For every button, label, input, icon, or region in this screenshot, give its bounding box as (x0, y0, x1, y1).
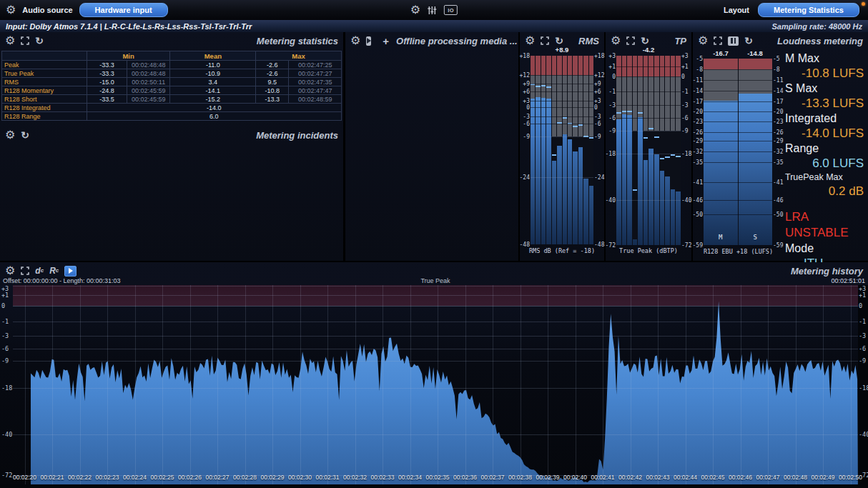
io-routing-icon[interactable]: IO (444, 5, 458, 15)
lufs-bar-label: M (704, 234, 738, 241)
y-axis-label: -18 (1, 384, 12, 392)
offline-add-media-button[interactable]: + (383, 36, 389, 46)
meter-bar (638, 56, 643, 245)
time-axis-label: 00:02:23 (95, 474, 119, 481)
incidents-settings-gear-icon[interactable]: ⚙ (5, 129, 15, 141)
time-axis-label: 00:02:43 (646, 474, 669, 481)
metering-history-panel: ⚙ dc Rc Metering history Offset: 00:00:0… (0, 262, 868, 488)
table-row: R128 Short-33.500:02:45:59-15.2-13.300:0… (2, 95, 342, 104)
offline-play-button[interactable] (366, 36, 371, 46)
y-axis-label: -9 (1, 357, 9, 364)
tp-panel-title: TP (674, 36, 686, 46)
table-row: True Peak-33.300:02:48:48-10.9-2.600:02:… (2, 69, 342, 78)
sampling-rate-label: Sampling rate: 48000 Hz (771, 22, 862, 31)
table-row: R128 Momentary-24.800:02:45:59-14.1-10.8… (2, 86, 342, 95)
history-clear-counters-icon[interactable]: dc (35, 267, 44, 275)
loudness-label: TruePeak Max (785, 171, 865, 184)
statistics-reset-icon[interactable]: ↻ (35, 36, 44, 46)
loudness-panel-title: Loudness metering (777, 36, 863, 46)
y-axis-label: -40 (859, 431, 868, 438)
meter-bar (676, 56, 681, 245)
audio-source-label: Audio source (22, 6, 72, 14)
meter-bar (541, 56, 546, 244)
history-expand-icon[interactable] (21, 267, 29, 275)
time-axis-label: 00:02:20 (13, 474, 36, 481)
history-reset-counters-icon[interactable]: Rc (49, 267, 59, 275)
meter-bar (568, 56, 572, 244)
meter-bar (643, 56, 648, 245)
y-axis-label: 0 (1, 302, 5, 309)
hardware-input-button[interactable]: Hardware input (79, 3, 168, 17)
loudness-value: -10.8 LUFS (785, 66, 865, 81)
table-row: R128 Integrated-14.0 (2, 104, 342, 112)
meter-bar (552, 56, 556, 244)
time-axis-label: 00:02:49 (811, 474, 834, 481)
offline-panel-title: Offline processing media ... (396, 36, 518, 46)
tp-settings-gear-icon[interactable]: ⚙ (611, 35, 621, 46)
rms-expand-icon[interactable] (541, 36, 549, 45)
y-axis-label: -1 (859, 318, 866, 325)
mixer-sliders-icon[interactable] (428, 6, 437, 15)
rms-settings-gear-icon[interactable]: ⚙ (525, 35, 535, 46)
history-graph-label: True Peak (13, 277, 858, 284)
momentary-readout: -16.7 (704, 49, 738, 57)
loudness-label: Range (785, 141, 865, 156)
y-axis-label: -3 (1, 332, 9, 339)
time-axis-label: 00:02:36 (453, 474, 477, 481)
loudness-readouts: M Max-10.8 LUFSS Max-13.3 LUFSIntegrated… (785, 51, 865, 286)
meter-bar (627, 56, 632, 245)
history-current-time: 00:02:51:01 (831, 277, 865, 284)
metering-statistics-layout-button[interactable]: Metering Statistics (758, 3, 859, 17)
tp-meter-caption: True Peak (dBTP) (606, 247, 691, 254)
tp-reset-icon[interactable]: ↻ (641, 36, 649, 46)
time-axis-label: 00:02:28 (233, 474, 257, 481)
global-settings-gear-icon[interactable]: ⚙ (410, 4, 420, 16)
meter-bar (546, 56, 551, 244)
meter-bar (633, 56, 638, 245)
time-axis-label: 00:02:41 (591, 474, 614, 481)
time-axis-label: 00:02:47 (756, 474, 779, 481)
meter-bar (665, 56, 670, 245)
statistics-table: Min Mean Max Peak-33.300:02:48:48-11.0-2… (1, 51, 342, 121)
statistics-expand-icon[interactable] (21, 36, 29, 45)
meter-bar (671, 56, 676, 245)
history-graph[interactable]: +3+3+1+100-1-1-3-3-6-6-9-9-18-18-40-40-7… (0, 285, 868, 484)
rms-reset-icon[interactable]: ↻ (555, 36, 563, 46)
lufs-bar-S: S (739, 59, 773, 245)
time-axis-label: 00:02:45 (701, 474, 724, 481)
input-channel-config-label: Input: Dolby Atmos 7.1.4 | L-R-C-Lfe-Ls-… (6, 22, 252, 31)
time-axis-label: 00:02:29 (260, 474, 284, 481)
layout-label: Layout (724, 6, 749, 14)
audio-source-settings-gear-icon[interactable]: ⚙ (6, 4, 16, 16)
incidents-reset-icon[interactable]: ↻ (21, 130, 29, 140)
column-header-max: Max (256, 51, 342, 61)
history-play-button[interactable] (64, 266, 77, 277)
y-axis-label: -18 (859, 384, 868, 392)
lufs-bar-readouts: -16.7 -14.8 (704, 49, 772, 57)
loudness-label: S Max (785, 81, 865, 96)
mode-label: Mode (785, 241, 865, 256)
history-panel-title: Metering history (791, 266, 863, 277)
statistics-settings-gear-icon[interactable]: ⚙ (5, 35, 15, 46)
tp-expand-icon[interactable] (626, 36, 635, 45)
y-axis-label: 0 (859, 302, 862, 309)
y-axis-label: -1 (1, 318, 9, 325)
input-info-bar: Input: Dolby Atmos 7.1.4 | L-R-C-Lfe-Ls-… (0, 20, 868, 32)
column-header-min: Min (87, 51, 170, 61)
history-settings-gear-icon[interactable]: ⚙ (5, 265, 15, 277)
rms-meter-panel: ⚙ ↻ RMS +8.9 +18+12+9+6+30-3-6-9-24-48+1… (520, 32, 604, 261)
time-axis-label: 00:02:40 (563, 474, 587, 481)
time-axis-label: 00:02:25 (150, 474, 174, 481)
offline-settings-gear-icon[interactable]: ⚙ (350, 35, 360, 46)
table-row: RMS-15.000:02:50:113.49.500:02:47:35 (2, 78, 342, 86)
time-axis-label: 00:02:22 (68, 474, 92, 481)
time-axis-label: 00:02:48 (784, 474, 807, 481)
short-readout: -14.8 (738, 49, 772, 57)
time-axis-label: 00:02:50 (839, 474, 862, 481)
table-row: Peak-33.300:02:48:48-11.0-2.600:02:47:25 (2, 61, 342, 69)
offline-processing-panel: ⚙ + Offline processing media ... (345, 32, 518, 261)
loudness-value: -14.0 LUFS (785, 126, 865, 141)
metering-statistics-panel: ⚙ ↻ Metering statistics Min Mean Max Pea… (0, 32, 343, 261)
rms-meter-caption: RMS dB (Ref = -18) (520, 247, 604, 254)
y-axis-label: +1 (1, 292, 9, 299)
